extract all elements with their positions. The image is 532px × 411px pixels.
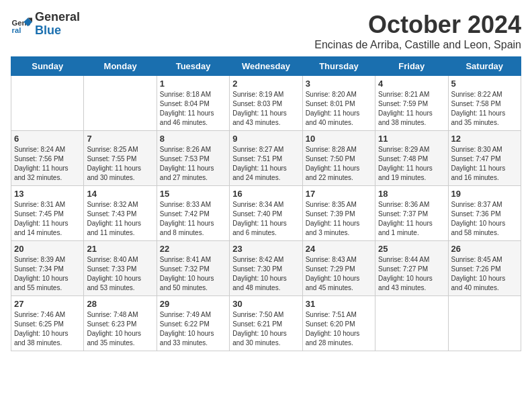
day-number: 17: [306, 189, 372, 199]
calendar-cell: 13Sunrise: 8:31 AM Sunset: 7:45 PM Dayli…: [11, 186, 84, 241]
calendar-cell: 3Sunrise: 8:20 AM Sunset: 8:01 PM Daylig…: [302, 76, 375, 131]
month-title: October 2024: [314, 11, 521, 39]
calendar-cell: [375, 296, 448, 351]
calendar-cell: 28Sunrise: 7:48 AM Sunset: 6:23 PM Dayli…: [84, 296, 157, 351]
calendar-cell: 2Sunrise: 8:19 AM Sunset: 8:03 PM Daylig…: [230, 76, 302, 131]
day-number: 11: [378, 134, 445, 144]
day-number: 19: [451, 189, 518, 199]
day-info: Sunrise: 8:28 AM Sunset: 7:50 PM Dayligh…: [306, 145, 372, 183]
day-number: 24: [306, 244, 372, 254]
calendar-cell: 21Sunrise: 8:40 AM Sunset: 7:33 PM Dayli…: [84, 241, 157, 296]
day-info: Sunrise: 8:33 AM Sunset: 7:42 PM Dayligh…: [160, 200, 226, 238]
day-info: Sunrise: 8:24 AM Sunset: 7:56 PM Dayligh…: [14, 145, 81, 183]
calendar-cell: 31Sunrise: 7:51 AM Sunset: 6:20 PM Dayli…: [302, 296, 375, 351]
day-info: Sunrise: 8:44 AM Sunset: 7:27 PM Dayligh…: [378, 255, 445, 293]
day-info: Sunrise: 8:18 AM Sunset: 8:04 PM Dayligh…: [160, 90, 226, 128]
calendar-cell: [11, 76, 84, 131]
day-info: Sunrise: 8:41 AM Sunset: 7:32 PM Dayligh…: [160, 255, 226, 293]
day-number: 21: [87, 244, 153, 254]
day-number: 15: [160, 189, 226, 199]
day-info: Sunrise: 8:39 AM Sunset: 7:34 PM Dayligh…: [14, 255, 81, 293]
day-info: Sunrise: 8:30 AM Sunset: 7:47 PM Dayligh…: [451, 145, 518, 183]
logo-icon: Gene ral: [11, 13, 32, 35]
calendar-cell: 29Sunrise: 7:49 AM Sunset: 6:22 PM Dayli…: [157, 296, 229, 351]
day-number: 18: [378, 189, 445, 199]
weekday-header-row: SundayMondayTuesdayWednesdayThursdayFrid…: [11, 57, 521, 76]
day-info: Sunrise: 8:35 AM Sunset: 7:39 PM Dayligh…: [306, 200, 372, 238]
logo-line2: Blue: [35, 24, 61, 37]
weekday-header-tuesday: Tuesday: [157, 57, 229, 76]
day-info: Sunrise: 8:42 AM Sunset: 7:30 PM Dayligh…: [232, 255, 299, 293]
day-number: 6: [14, 134, 81, 144]
day-number: 13: [14, 189, 81, 199]
calendar-cell: 4Sunrise: 8:21 AM Sunset: 7:59 PM Daylig…: [375, 76, 448, 131]
svg-text:ral: ral: [12, 26, 21, 34]
calendar-cell: 11Sunrise: 8:29 AM Sunset: 7:48 PM Dayli…: [375, 131, 448, 186]
day-info: Sunrise: 8:34 AM Sunset: 7:40 PM Dayligh…: [232, 200, 299, 238]
calendar-week-2: 6Sunrise: 8:24 AM Sunset: 7:56 PM Daylig…: [11, 131, 521, 186]
calendar-cell: [84, 76, 157, 131]
calendar-cell: 15Sunrise: 8:33 AM Sunset: 7:42 PM Dayli…: [157, 186, 229, 241]
day-info: Sunrise: 8:40 AM Sunset: 7:33 PM Dayligh…: [87, 255, 153, 293]
day-number: 4: [378, 79, 445, 89]
calendar-cell: 9Sunrise: 8:27 AM Sunset: 7:51 PM Daylig…: [230, 131, 302, 186]
day-number: 23: [232, 244, 299, 254]
calendar-week-3: 13Sunrise: 8:31 AM Sunset: 7:45 PM Dayli…: [11, 186, 521, 241]
day-info: Sunrise: 8:26 AM Sunset: 7:53 PM Dayligh…: [160, 145, 226, 183]
day-number: 20: [14, 244, 81, 254]
day-number: 12: [451, 134, 518, 144]
day-number: 25: [378, 244, 445, 254]
day-info: Sunrise: 8:22 AM Sunset: 7:58 PM Dayligh…: [451, 90, 518, 128]
day-info: Sunrise: 7:46 AM Sunset: 6:25 PM Dayligh…: [14, 310, 81, 348]
day-number: 30: [232, 299, 299, 309]
day-info: Sunrise: 8:32 AM Sunset: 7:43 PM Dayligh…: [87, 200, 153, 238]
calendar-cell: 17Sunrise: 8:35 AM Sunset: 7:39 PM Dayli…: [302, 186, 375, 241]
weekday-header-friday: Friday: [375, 57, 448, 76]
day-info: Sunrise: 8:43 AM Sunset: 7:29 PM Dayligh…: [306, 255, 372, 293]
day-info: Sunrise: 8:31 AM Sunset: 7:45 PM Dayligh…: [14, 200, 81, 238]
calendar-cell: 6Sunrise: 8:24 AM Sunset: 7:56 PM Daylig…: [11, 131, 84, 186]
day-info: Sunrise: 8:21 AM Sunset: 7:59 PM Dayligh…: [378, 90, 445, 128]
calendar-cell: 10Sunrise: 8:28 AM Sunset: 7:50 PM Dayli…: [302, 131, 375, 186]
day-number: 22: [160, 244, 226, 254]
calendar-cell: 8Sunrise: 8:26 AM Sunset: 7:53 PM Daylig…: [157, 131, 229, 186]
day-info: Sunrise: 7:51 AM Sunset: 6:20 PM Dayligh…: [306, 310, 372, 348]
day-info: Sunrise: 8:19 AM Sunset: 8:03 PM Dayligh…: [232, 90, 299, 128]
calendar-cell: 25Sunrise: 8:44 AM Sunset: 7:27 PM Dayli…: [375, 241, 448, 296]
day-number: 10: [306, 134, 372, 144]
day-number: 1: [160, 79, 226, 89]
calendar-week-1: 1Sunrise: 8:18 AM Sunset: 8:04 PM Daylig…: [11, 76, 521, 131]
logo-line1: General: [35, 10, 80, 24]
day-info: Sunrise: 8:29 AM Sunset: 7:48 PM Dayligh…: [378, 145, 445, 183]
calendar-cell: 23Sunrise: 8:42 AM Sunset: 7:30 PM Dayli…: [230, 241, 302, 296]
calendar-week-5: 27Sunrise: 7:46 AM Sunset: 6:25 PM Dayli…: [11, 296, 521, 351]
calendar-cell: 7Sunrise: 8:25 AM Sunset: 7:55 PM Daylig…: [84, 131, 157, 186]
day-number: 9: [232, 134, 299, 144]
calendar-cell: [448, 296, 521, 351]
location-title: Encinas de Arriba, Castille and Leon, Sp…: [314, 39, 521, 51]
day-info: Sunrise: 7:50 AM Sunset: 6:21 PM Dayligh…: [232, 310, 299, 348]
calendar-cell: 18Sunrise: 8:36 AM Sunset: 7:37 PM Dayli…: [375, 186, 448, 241]
calendar-cell: 16Sunrise: 8:34 AM Sunset: 7:40 PM Dayli…: [230, 186, 302, 241]
day-info: Sunrise: 8:20 AM Sunset: 8:01 PM Dayligh…: [306, 90, 372, 128]
calendar-cell: 30Sunrise: 7:50 AM Sunset: 6:21 PM Dayli…: [230, 296, 302, 351]
weekday-header-saturday: Saturday: [448, 57, 521, 76]
day-info: Sunrise: 8:27 AM Sunset: 7:51 PM Dayligh…: [232, 145, 299, 183]
day-number: 29: [160, 299, 226, 309]
day-info: Sunrise: 8:25 AM Sunset: 7:55 PM Dayligh…: [87, 145, 153, 183]
page-header: Gene ral General Blue October 2024 Encin…: [11, 11, 521, 51]
day-info: Sunrise: 8:36 AM Sunset: 7:37 PM Dayligh…: [378, 200, 445, 238]
day-number: 27: [14, 299, 81, 309]
day-info: Sunrise: 7:48 AM Sunset: 6:23 PM Dayligh…: [87, 310, 153, 348]
weekday-header-sunday: Sunday: [11, 57, 84, 76]
logo-text: General Blue: [35, 11, 80, 38]
day-number: 31: [306, 299, 372, 309]
weekday-header-thursday: Thursday: [302, 57, 375, 76]
calendar-cell: 1Sunrise: 8:18 AM Sunset: 8:04 PM Daylig…: [157, 76, 229, 131]
calendar-cell: 14Sunrise: 8:32 AM Sunset: 7:43 PM Dayli…: [84, 186, 157, 241]
calendar-cell: 19Sunrise: 8:37 AM Sunset: 7:36 PM Dayli…: [448, 186, 521, 241]
day-info: Sunrise: 8:45 AM Sunset: 7:26 PM Dayligh…: [451, 255, 518, 293]
day-number: 8: [160, 134, 226, 144]
calendar-table: SundayMondayTuesdayWednesdayThursdayFrid…: [11, 56, 521, 351]
day-number: 14: [87, 189, 153, 199]
